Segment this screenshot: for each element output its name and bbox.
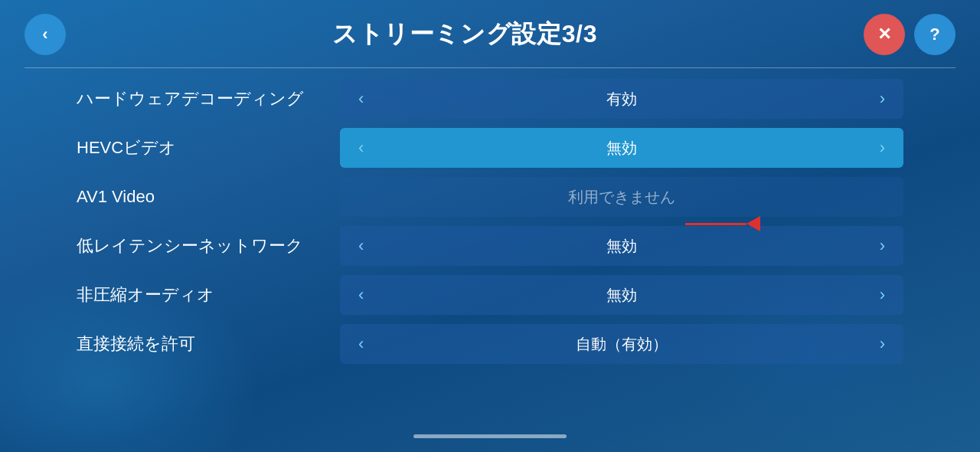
control-value-direct-connect: 自動（有効） (370, 334, 873, 355)
arrow-left-hevc-video[interactable]: ‹ (352, 135, 370, 161)
setting-control-low-latency: ‹無効› (340, 226, 903, 266)
arrow-left-low-latency[interactable]: ‹ (352, 233, 370, 259)
setting-label-direct-connect: 直接接続を許可 (77, 332, 322, 355)
setting-label-uncompressed-audio: 非圧縮オーディオ (77, 283, 322, 306)
header-left: ‹ (24, 14, 66, 55)
control-value-hardware-decode: 有効 (370, 89, 873, 110)
settings-list: ハードウェアデコーディング‹有効›HEVCビデオ‹無効›AV1 Video利用で… (0, 74, 980, 368)
header-right: ✕ ? (864, 14, 956, 55)
setting-label-low-latency: 低レイテンシーネットワーク (77, 234, 322, 257)
setting-label-hardware-decode: ハードウェアデコーディング (77, 87, 322, 110)
arrow-right-hevc-video[interactable]: › (874, 135, 891, 161)
page-title: ストリーミング設定3/3 (66, 18, 864, 51)
setting-row-low-latency: 低レイテンシーネットワーク‹無効› (77, 221, 903, 270)
scroll-indicator (413, 434, 567, 438)
setting-control-hevc-video: ‹無効› (340, 128, 903, 168)
control-value-uncompressed-audio: 無効 (370, 285, 873, 306)
header-divider (24, 67, 956, 68)
setting-row-av1-video: AV1 Video利用できません (77, 172, 903, 221)
setting-control-uncompressed-audio: ‹無効› (340, 275, 903, 315)
control-value-low-latency: 無効 (370, 236, 873, 257)
arrow-left-hardware-decode[interactable]: ‹ (352, 86, 370, 112)
arrow-line (685, 223, 746, 225)
setting-row-hevc-video: HEVCビデオ‹無効› (77, 123, 903, 172)
arrow-left-direct-connect[interactable]: ‹ (352, 331, 370, 357)
arrow-right-uncompressed-audio[interactable]: › (874, 282, 891, 308)
control-value-av1-video: 利用できません (352, 187, 891, 208)
help-button[interactable]: ? (914, 14, 956, 55)
setting-control-direct-connect: ‹自動（有効）› (340, 324, 903, 364)
setting-row-direct-connect: 直接接続を許可‹自動（有効）› (77, 319, 903, 368)
setting-label-hevc-video: HEVCビデオ (77, 136, 322, 159)
arrow-annotation (685, 216, 760, 231)
header: ‹ ストリーミング設定3/3 ✕ ? (0, 0, 980, 55)
back-button[interactable]: ‹ (24, 14, 66, 55)
close-button[interactable]: ✕ (864, 14, 905, 55)
setting-control-hardware-decode: ‹有効› (340, 79, 903, 119)
arrow-right-hardware-decode[interactable]: › (874, 86, 891, 112)
setting-row-uncompressed-audio: 非圧縮オーディオ‹無効› (77, 270, 903, 319)
setting-row-hardware-decode: ハードウェアデコーディング‹有効› (77, 74, 903, 123)
setting-label-av1-video: AV1 Video (77, 187, 322, 207)
arrow-left-uncompressed-audio[interactable]: ‹ (352, 282, 370, 308)
control-value-hevc-video: 無効 (370, 138, 873, 159)
arrow-head (746, 216, 760, 231)
setting-control-av1-video: 利用できません (340, 177, 903, 217)
arrow-right-direct-connect[interactable]: › (874, 331, 891, 357)
arrow-right-low-latency[interactable]: › (874, 233, 891, 259)
